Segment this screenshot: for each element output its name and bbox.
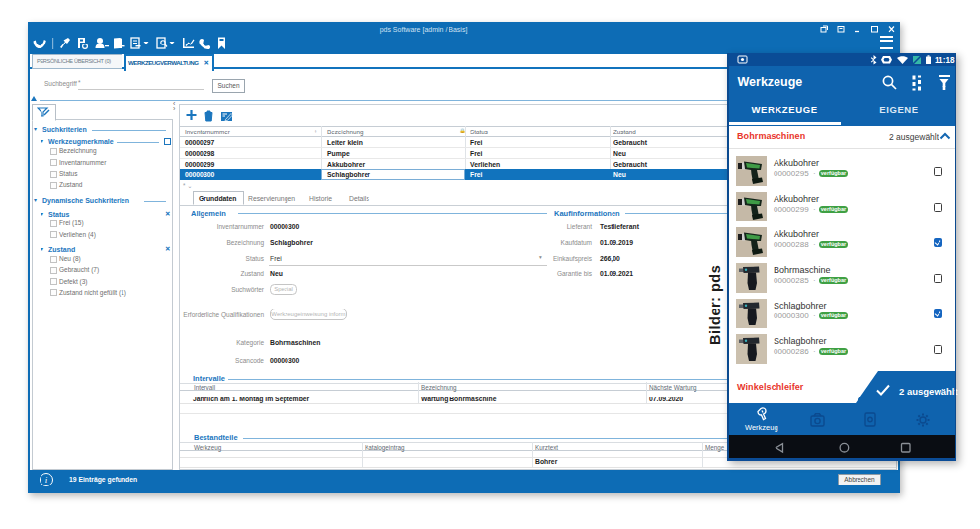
svg-text:11:18: 11:18 [935, 56, 955, 65]
